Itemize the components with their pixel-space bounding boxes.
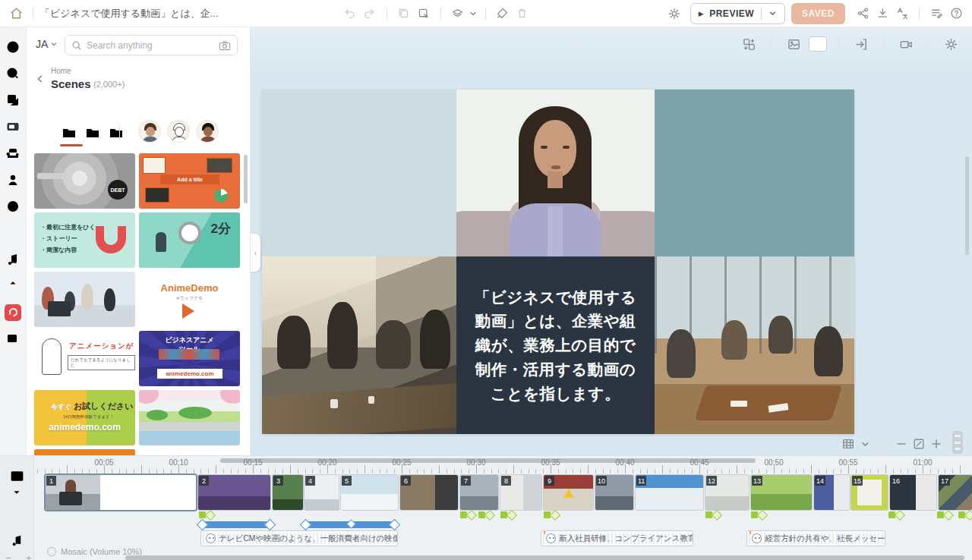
background-image-icon[interactable] xyxy=(783,33,804,55)
timeline-scene-4[interactable]: 4 xyxy=(305,475,339,510)
sidebar-item-uploads[interactable] xyxy=(0,272,27,299)
zoom-out-icon[interactable] xyxy=(896,439,907,449)
image-search-camera-icon[interactable] xyxy=(219,40,231,51)
avatar-man-dark[interactable] xyxy=(196,120,219,143)
avatar-man-brown[interactable] xyxy=(138,120,161,143)
scene-thumbnail-infographic[interactable]: Add a title xyxy=(139,153,240,209)
caption-clip-1[interactable]: テレビCMや映画のような、一般消費者向けの映像ではな xyxy=(200,530,398,546)
layers-icon[interactable] xyxy=(448,4,468,24)
panel-collapse-handle[interactable]: ‹ xyxy=(251,234,260,272)
timeline-scene-8[interactable]: 8 xyxy=(500,475,541,510)
keyframe-marker[interactable] xyxy=(937,511,944,518)
sidebar-item-charts[interactable] xyxy=(0,193,27,219)
stage-photo-office[interactable] xyxy=(655,256,854,434)
sidebar-item-props[interactable] xyxy=(0,140,27,166)
search-box[interactable] xyxy=(65,35,238,55)
timeline-scene-3[interactable]: 3 xyxy=(273,475,303,510)
sidebar-item-text[interactable] xyxy=(0,219,27,246)
caption-clip-2[interactable]: 新入社員研修、コンプライアンス教育、安 xyxy=(541,530,693,546)
keyframe-marker[interactable] xyxy=(460,511,467,518)
keyframe-marker[interactable] xyxy=(705,511,712,518)
camera-movement-icon[interactable] xyxy=(895,33,917,55)
timeline-scene-12[interactable]: 12 xyxy=(705,475,749,510)
scene-thumbnail-bellmare[interactable]: ウェブデモは湘南ベルマーレを応援します！ AnimeDemo xyxy=(139,449,240,455)
scene-settings-gear-icon[interactable] xyxy=(940,33,961,55)
timeline-scene-9[interactable]: 9 xyxy=(544,475,593,510)
audio-track-icon[interactable] xyxy=(10,533,24,548)
timeline-scene-1[interactable]: 1 xyxy=(46,475,196,510)
tab-folder-image[interactable] xyxy=(84,124,101,141)
keyframe-marker[interactable] xyxy=(958,511,965,518)
keyframe-marker[interactable] xyxy=(199,511,206,518)
timeline-scene-7[interactable]: 7 xyxy=(460,475,498,510)
scene-thumbnail-business-anime-tool[interactable]: ビジネスアニメツール animedemo.com xyxy=(139,331,240,386)
settings-gear-icon[interactable] xyxy=(664,4,684,24)
undo-icon[interactable] xyxy=(340,4,360,24)
timeline-scene-2[interactable]: 2 xyxy=(198,475,270,510)
video-stage[interactable]: 「ビジネスで使用する動画」とは、企業や組織が、業務上の目的で制作・活用する動画の… xyxy=(262,90,854,434)
preview-button[interactable]: ▶ PREVIEW xyxy=(690,3,785,24)
panel-scrollbar[interactable] xyxy=(244,155,248,203)
duplicate-icon[interactable] xyxy=(394,4,414,24)
scene-thumbnail-two-minutes[interactable]: 2分 xyxy=(139,212,240,268)
grid-view-chevron-icon[interactable] xyxy=(861,440,869,448)
sidebar-item-brand[interactable] xyxy=(0,60,27,87)
layers-chevron-icon[interactable] xyxy=(468,4,478,24)
scene-thumbnail-office-cartoon[interactable] xyxy=(34,272,135,327)
scene-thumbnail-trial-yellow[interactable]: 今すぐ お試しください 14日間無料体験できます！ animedemo.com xyxy=(34,390,135,445)
trash-icon[interactable] xyxy=(513,4,532,24)
translate-icon[interactable] xyxy=(892,4,912,24)
timeline-scene-13[interactable]: 13 xyxy=(751,475,812,510)
timeline-zoom-in-icon[interactable]: + xyxy=(26,552,32,560)
scene-thumbnail-whiteboard[interactable]: アニメーションが だれでもできるようになりました xyxy=(34,331,135,386)
timeline-scene-14[interactable]: 14 xyxy=(814,475,850,510)
redo-icon[interactable] xyxy=(360,4,380,24)
sidebar-item-characters[interactable] xyxy=(0,166,27,193)
timeline-scene-6[interactable]: 6 xyxy=(400,475,458,510)
help-icon[interactable] xyxy=(946,4,966,24)
scene-thumbnail-magnet[interactable]: ・最初に注意をひく ・ストーリー ・簡潔な内容 xyxy=(34,212,135,268)
language-selector[interactable]: JA xyxy=(36,38,58,50)
saved-button[interactable]: SAVED xyxy=(791,3,845,24)
download-icon[interactable] xyxy=(873,4,892,24)
collapse-track-chevron-icon[interactable] xyxy=(12,488,21,497)
stage-presenter-video[interactable] xyxy=(456,90,655,256)
paste-style-icon[interactable] xyxy=(414,4,434,24)
sidebar-item-explore[interactable] xyxy=(0,33,27,60)
timeline-bottom-scrollbar[interactable] xyxy=(125,555,964,560)
sidebar-item-scenes[interactable] xyxy=(0,113,27,140)
timeline-scene-17[interactable]: 17 xyxy=(939,475,972,510)
voice-segment[interactable] xyxy=(202,521,270,528)
sidebar-item-templates[interactable] xyxy=(0,87,27,113)
notes-icon[interactable] xyxy=(926,4,946,24)
enter-transition-icon[interactable] xyxy=(850,33,872,55)
scene-thumbnail-park[interactable] xyxy=(139,390,240,445)
share-icon[interactable] xyxy=(853,4,873,24)
timeline-ruler[interactable]: 00:05 00:10 00:15 00:20 00:25 00:30 00:3… xyxy=(34,456,972,474)
keyframe-marker[interactable] xyxy=(478,511,485,518)
timeline-scene-15[interactable]: 15 xyxy=(851,475,888,510)
scene-thumbnail-trial-orange[interactable]: 今すぐ お試しください animedemo.com xyxy=(34,449,135,455)
swap-scene-icon[interactable] xyxy=(738,33,759,55)
video-track-icon[interactable] xyxy=(9,468,25,484)
film-strip-handle[interactable] xyxy=(952,431,963,454)
home-icon[interactable] xyxy=(6,4,26,24)
format-brush-icon[interactable] xyxy=(493,4,513,24)
background-color-swatch[interactable] xyxy=(809,36,827,52)
stage-block-top-right[interactable] xyxy=(655,90,854,256)
search-input[interactable] xyxy=(87,40,214,51)
project-title[interactable]: 「ビジネスで使用する動画」とは、企... xyxy=(40,7,219,20)
keyframe-marker[interactable] xyxy=(544,511,551,518)
timeline-scene-5[interactable]: 5 xyxy=(341,475,398,510)
sidebar-item-audio[interactable] xyxy=(0,246,27,272)
timeline-scene-11[interactable]: 11 xyxy=(636,475,703,510)
fit-frame-icon[interactable] xyxy=(913,438,925,450)
sidebar-item-app-logo[interactable] xyxy=(0,299,27,326)
stage-caption-block[interactable]: 「ビジネスで使用する動画」とは、企業や組織が、業務上の目的で制作・活用する動画の… xyxy=(456,256,655,434)
breadcrumb-back-icon[interactable] xyxy=(36,74,45,83)
sidebar-item-ai-image[interactable] xyxy=(0,326,27,352)
avatar-sketch-character[interactable] xyxy=(167,120,190,143)
zoom-in-icon[interactable] xyxy=(931,439,942,449)
keyframe-marker[interactable] xyxy=(500,511,507,518)
tab-folder[interactable] xyxy=(61,124,77,141)
